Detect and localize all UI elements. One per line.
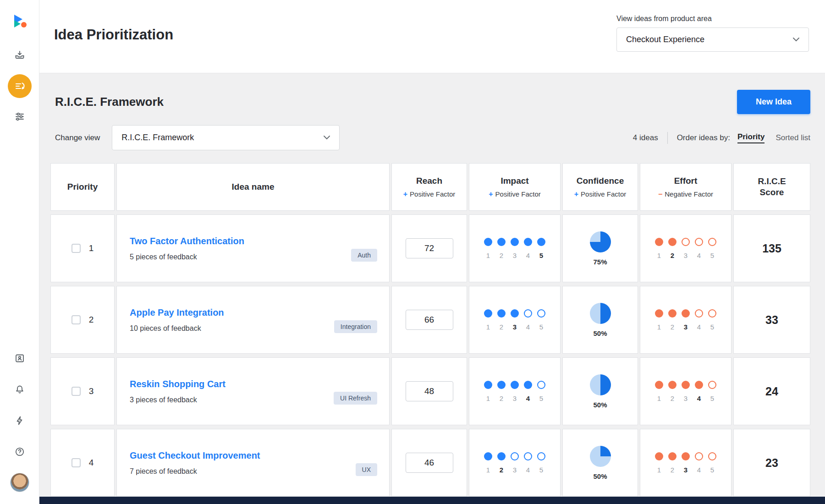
- effort-dot-1[interactable]: [655, 238, 663, 246]
- effort-dot-1[interactable]: [655, 452, 663, 460]
- impact-dot-3[interactable]: [511, 452, 519, 460]
- product-area-label: View ideas from product area: [616, 15, 809, 23]
- new-idea-button[interactable]: New Idea: [737, 90, 810, 114]
- effort-dot-1[interactable]: [655, 309, 663, 318]
- idea-link[interactable]: Apple Pay Integration: [130, 307, 224, 318]
- user-avatar[interactable]: [10, 473, 29, 492]
- impact-dot-5[interactable]: [537, 381, 545, 389]
- impact-dot-4[interactable]: [524, 381, 532, 389]
- sort-sorted-list-toggle[interactable]: Sorted list: [776, 133, 810, 142]
- idea-link[interactable]: Reskin Shopping Cart: [130, 379, 226, 389]
- effort-dot-5[interactable]: [708, 238, 716, 246]
- impact-dot-5[interactable]: [537, 238, 545, 246]
- row-checkbox[interactable]: [72, 315, 81, 324]
- sliders-icon[interactable]: [11, 107, 29, 126]
- negative-factor-text: Negative Factor: [665, 190, 713, 198]
- impact-scale-number: 3: [511, 394, 519, 402]
- effort-rating[interactable]: [655, 238, 716, 246]
- effort-dot-5[interactable]: [708, 309, 716, 318]
- impact-rating[interactable]: [484, 381, 545, 389]
- idea-link[interactable]: Two Factor Authentication: [130, 236, 244, 247]
- effort-dot-4[interactable]: [695, 309, 703, 318]
- idea-tag: UI Refresh: [334, 392, 377, 405]
- row-checkbox[interactable]: [72, 387, 81, 396]
- effort-dot-5[interactable]: [708, 381, 716, 389]
- reach-input[interactable]: 46: [406, 453, 453, 473]
- impact-dot-3[interactable]: [511, 309, 519, 318]
- impact-dot-3[interactable]: [511, 238, 519, 246]
- impact-dot-4[interactable]: [524, 452, 532, 460]
- col-header-impact: Impact + Positive Factor: [469, 163, 561, 211]
- idea-link[interactable]: Guest Checkout Improvement: [130, 450, 260, 461]
- effort-dot-3[interactable]: [682, 238, 690, 246]
- bell-icon[interactable]: [11, 380, 29, 399]
- effort-dot-5[interactable]: [708, 452, 716, 460]
- main-area: Idea Prioritization View ideas from prod…: [39, 0, 825, 504]
- effort-dot-3[interactable]: [682, 381, 690, 389]
- impact-dot-1[interactable]: [484, 381, 492, 389]
- impact-rating[interactable]: [484, 238, 545, 246]
- impact-dot-4[interactable]: [524, 238, 532, 246]
- impact-dot-2[interactable]: [497, 238, 506, 246]
- impact-dot-2[interactable]: [497, 452, 506, 460]
- ideas-count: 4 ideas: [633, 133, 658, 142]
- product-area-select[interactable]: Checkout Experience: [616, 27, 809, 52]
- reach-input[interactable]: 72: [406, 238, 453, 258]
- rice-score: 135: [762, 242, 781, 255]
- effort-cell: 12345: [640, 286, 732, 354]
- effort-dot-4[interactable]: [695, 238, 703, 246]
- impact-dot-3[interactable]: [511, 381, 519, 389]
- effort-dot-1[interactable]: [655, 381, 663, 389]
- inbox-icon[interactable]: [11, 46, 29, 64]
- positive-factor-text: Positive Factor: [495, 190, 541, 198]
- effort-dot-2[interactable]: [668, 381, 676, 389]
- view-select[interactable]: R.I.C.E. Framework: [112, 125, 340, 150]
- confidence-pie[interactable]: [590, 303, 611, 324]
- idea-tag: Auth: [351, 249, 377, 262]
- impact-dot-5[interactable]: [537, 452, 545, 460]
- impact-dot-1[interactable]: [484, 309, 492, 318]
- effort-rating[interactable]: [655, 452, 716, 460]
- impact-dot-4[interactable]: [524, 309, 532, 318]
- impact-dot-2[interactable]: [497, 309, 506, 318]
- impact-scale-number: 1: [484, 323, 492, 331]
- help-icon[interactable]: [11, 443, 29, 461]
- effort-dot-3[interactable]: [682, 309, 690, 318]
- sidebar: [0, 0, 39, 504]
- confidence-pie[interactable]: [590, 231, 611, 252]
- sort-priority-toggle[interactable]: Priority: [737, 132, 765, 143]
- reach-input[interactable]: 66: [406, 310, 453, 330]
- effort-dot-2[interactable]: [668, 452, 676, 460]
- contact-card-icon[interactable]: [11, 349, 29, 367]
- plus-icon: +: [489, 190, 493, 198]
- effort-dot-2[interactable]: [668, 309, 676, 318]
- confidence-pie[interactable]: [590, 446, 611, 467]
- impact-dot-1[interactable]: [484, 238, 492, 246]
- confidence-pie[interactable]: [590, 374, 611, 395]
- impact-rating[interactable]: [484, 309, 545, 318]
- effort-dot-3[interactable]: [682, 452, 690, 460]
- impact-dot-5[interactable]: [537, 309, 545, 318]
- row-checkbox[interactable]: [72, 244, 81, 253]
- impact-dot-1[interactable]: [484, 452, 492, 460]
- positive-factor-text: Positive Factor: [410, 190, 455, 198]
- prioritization-icon[interactable]: [8, 74, 32, 98]
- impact-cell: 12345: [469, 214, 561, 282]
- effort-rating[interactable]: [655, 381, 716, 389]
- reach-input[interactable]: 48: [406, 381, 453, 401]
- rice-score: 33: [765, 313, 778, 327]
- lightning-icon[interactable]: [11, 411, 29, 430]
- confidence-value: 50%: [593, 329, 607, 337]
- effort-scale: 12345: [655, 323, 716, 331]
- effort-dot-4[interactable]: [695, 381, 703, 389]
- row-checkbox[interactable]: [72, 458, 81, 467]
- impact-rating[interactable]: [484, 452, 545, 460]
- effort-dot-2[interactable]: [668, 238, 676, 246]
- impact-dot-2[interactable]: [497, 381, 506, 389]
- effort-dot-4[interactable]: [695, 452, 703, 460]
- score-cell: 33: [733, 286, 810, 354]
- productboard-logo[interactable]: [11, 13, 28, 31]
- impact-factor-label: + Positive Factor: [489, 190, 541, 198]
- effort-rating[interactable]: [655, 309, 716, 318]
- reach-cell: 46: [391, 429, 467, 497]
